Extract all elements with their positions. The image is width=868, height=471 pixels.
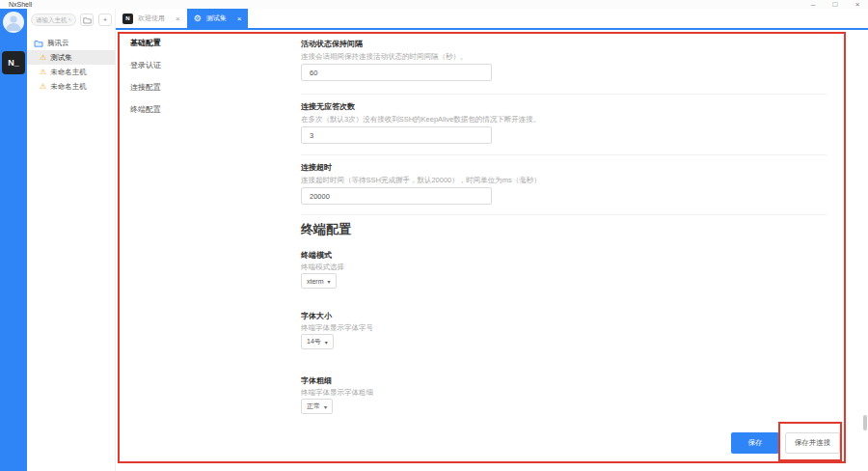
nav-basic-config[interactable]: 基础配置 [130, 38, 161, 48]
app-title: NxShell [9, 1, 32, 8]
search-icon [68, 16, 71, 23]
chevron-down-icon: ▾ [324, 403, 327, 410]
no-reply-count-title: 连接无应答次数 [301, 101, 355, 112]
folder-icon [83, 16, 92, 24]
tab-bar: N 欢迎使用 × ⚙ 测试集 × [116, 9, 868, 30]
chevron-down-icon: ▾ [325, 339, 328, 346]
folder-label: 腾讯云 [47, 39, 69, 48]
tab-welcome[interactable]: N 欢迎使用 × [116, 9, 187, 28]
tab-close-icon[interactable]: × [176, 14, 180, 23]
connect-timeout-input[interactable] [301, 187, 492, 205]
nxshell-logo[interactable]: N_ [2, 51, 25, 74]
host-warning-icon: ⚠ [40, 83, 46, 91]
host-label: 未命名主机 [50, 68, 87, 77]
sidebar-toolbar: + [27, 14, 116, 27]
no-reply-count-desc: 在多次（默认3次）没有接收到SSH的KeepAlive数据包的情况下断开连接。 [301, 115, 540, 125]
add-host-button[interactable]: + [98, 14, 112, 26]
keepalive-interval-input[interactable] [301, 64, 492, 81]
tab-welcome-label: 欢迎使用 [138, 14, 165, 23]
section-divider [301, 214, 827, 215]
section-divider [301, 154, 827, 155]
terminal-mode-select[interactable]: xterm ▾ [301, 273, 337, 289]
tab-settings[interactable]: ⚙ 测试集 × [187, 9, 249, 28]
font-weight-select[interactable]: 正常 ▾ [301, 399, 333, 414]
font-size-desc: 终端字体显示字体字号 [301, 323, 373, 333]
open-folder-icon [34, 40, 43, 47]
settings-nav: 基础配置 登录认证 连接配置 终端配置 [130, 38, 161, 126]
nxshell-window: NxShell – □ × N_ [0, 0, 868, 471]
host-label: 测试集 [50, 53, 72, 63]
settings-content: 活动状态保持间隔 连接会话期间保持连接活动状态的时间间隔（秒）。 连接无应答次数… [301, 30, 841, 471]
scrollbar-thumb[interactable] [863, 415, 867, 430]
nxshell-tab-icon: N [122, 14, 133, 24]
section-divider [301, 94, 827, 95]
terminal-mode-desc: 终端模式选择 [301, 263, 344, 272]
host-item[interactable]: ⚠ 未命名主机 [27, 79, 116, 94]
host-sidebar: + 腾讯云 ⚠ 测试集 ⚠ 未命名主机 ⚠ 未命 [27, 9, 116, 471]
search-input[interactable] [36, 16, 68, 23]
no-reply-count-input[interactable] [301, 126, 492, 144]
new-folder-button[interactable] [80, 14, 94, 26]
font-weight-value: 正常 [307, 402, 320, 411]
nav-connection-config[interactable]: 连接配置 [130, 82, 161, 93]
keepalive-interval-desc: 连接会话期间保持连接活动状态的时间间隔（秒）。 [301, 52, 468, 62]
keepalive-interval-title: 活动状态保持间隔 [301, 39, 363, 49]
user-avatar[interactable] [3, 12, 24, 33]
font-size-select[interactable]: 14号 ▾ [301, 334, 334, 349]
font-size-value: 14号 [307, 337, 321, 346]
nav-terminal-config[interactable]: 终端配置 [130, 104, 161, 115]
save-button[interactable]: 保存 [731, 432, 779, 454]
host-item-selected[interactable]: ⚠ 测试集 [27, 50, 116, 65]
nav-login-auth[interactable]: 登录认证 [130, 60, 161, 70]
save-and-connect-button[interactable]: 保存并连接 [785, 432, 840, 454]
avatar-person-icon [3, 12, 24, 33]
connect-timeout-desc: 连接超时时间（等待SSH完成握手，默认20000），时间单位为ms（毫秒） [301, 176, 541, 185]
host-search[interactable] [31, 14, 76, 26]
host-item[interactable]: ⚠ 未命名主机 [27, 65, 116, 79]
terminal-mode-title: 终端模式 [301, 250, 332, 261]
host-warning-icon: ⚠ [40, 69, 46, 76]
host-tree: 腾讯云 ⚠ 测试集 ⚠ 未命名主机 ⚠ 未命名主机 [27, 36, 116, 94]
font-size-title: 字体大小 [301, 311, 332, 321]
font-weight-title: 字体粗细 [301, 375, 332, 386]
connect-timeout-title: 连接超时 [301, 162, 332, 173]
left-rail: N_ [0, 9, 27, 471]
settings-panel: 基础配置 登录认证 连接配置 终端配置 活动状态保持间隔 连接会话期间保持连接活… [116, 30, 868, 471]
tab-close-icon[interactable]: × [237, 14, 242, 23]
chevron-down-icon: ▾ [328, 278, 331, 285]
plus-icon: + [103, 15, 108, 24]
tree-folder-row[interactable]: 腾讯云 [27, 36, 116, 50]
terminal-config-heading: 终端配置 [301, 221, 351, 238]
font-weight-desc: 终端字体显示字体粗细 [301, 388, 373, 398]
tab-settings-label: 测试集 [206, 14, 227, 23]
host-warning-icon: ⚠ [40, 54, 46, 62]
gear-icon: ⚙ [194, 14, 202, 23]
host-label: 未命名主机 [50, 82, 87, 92]
terminal-mode-value: xterm [307, 278, 324, 285]
